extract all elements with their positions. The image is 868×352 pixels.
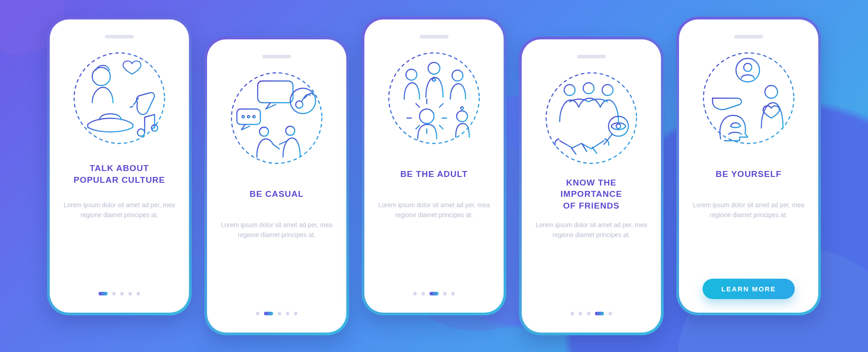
svg-point-26 (602, 85, 613, 95)
svg-point-4 (231, 73, 322, 163)
page-dot[interactable] (429, 292, 439, 295)
onboarding-screen[interactable]: BE CASUAL Lorem ipsum dolor sit amet ad … (207, 39, 346, 333)
screen-description: Lorem ipsum dolor sit amet ad per, mea r… (691, 200, 807, 242)
page-indicator (571, 312, 612, 319)
page-dot[interactable] (128, 292, 132, 295)
screen-description: Lorem ipsum dolor sit amet ad per, mea r… (61, 200, 177, 242)
page-indicator (99, 292, 140, 299)
page-dot[interactable] (256, 312, 259, 315)
onboarding-screen[interactable]: KNOW THE IMPORTANCE OF FRIENDS Lorem ips… (522, 39, 661, 333)
page-dot[interactable] (264, 312, 273, 315)
be-yourself-icon (699, 48, 798, 148)
svg-point-2 (137, 129, 145, 136)
page-dot[interactable] (137, 292, 140, 295)
svg-rect-8 (237, 109, 260, 124)
screen-description: Lorem ipsum dolor sit amet ad per, mea r… (376, 200, 492, 242)
svg-point-24 (564, 85, 575, 95)
onboarding-carousel: TALK ABOUT POPULAR CULTURE Lorem ipsum d… (0, 0, 868, 352)
svg-point-11 (253, 116, 255, 118)
page-indicator (256, 312, 297, 319)
svg-point-28 (616, 124, 621, 128)
screen-description: Lorem ipsum dolor sit amet ad per, mea r… (219, 220, 335, 262)
page-dot[interactable] (451, 292, 455, 295)
svg-point-0 (74, 53, 165, 143)
screen-title: BE YOURSELF (713, 156, 784, 192)
svg-point-17 (406, 69, 417, 80)
svg-point-12 (290, 88, 316, 114)
svg-point-30 (736, 58, 760, 82)
svg-point-32 (765, 86, 778, 98)
phone-notch (734, 35, 763, 38)
page-dot[interactable] (99, 292, 108, 295)
pop-culture-icon (70, 48, 169, 148)
svg-point-31 (744, 63, 752, 71)
page-dot[interactable] (587, 312, 590, 315)
phone-notch (262, 55, 291, 58)
page-dot[interactable] (112, 292, 116, 295)
screen-title: KNOW THE IMPORTANCE OF FRIENDS (558, 176, 625, 212)
page-dot[interactable] (609, 312, 612, 315)
svg-rect-5 (258, 81, 293, 103)
svg-point-21 (457, 111, 467, 122)
phone-frame: TALK ABOUT POPULAR CULTURE Lorem ipsum d… (47, 17, 192, 315)
page-dot[interactable] (443, 292, 447, 295)
page-dot[interactable] (571, 312, 574, 315)
phone-notch (105, 35, 134, 38)
svg-point-18 (428, 62, 440, 74)
page-indicator (413, 292, 455, 299)
page-dot[interactable] (595, 312, 604, 315)
page-dot[interactable] (421, 292, 425, 295)
page-dot[interactable] (286, 312, 289, 315)
casual-chat-icon (227, 68, 326, 168)
phone-notch (420, 35, 448, 38)
svg-point-10 (248, 116, 250, 118)
friends-icon (542, 68, 641, 168)
screen-description: Lorem ipsum dolor sit amet ad per, mea r… (533, 220, 649, 262)
svg-point-19 (452, 70, 463, 81)
page-dot[interactable] (579, 312, 582, 315)
svg-point-22 (420, 109, 434, 124)
svg-point-25 (583, 83, 594, 94)
phone-frame: KNOW THE IMPORTANCE OF FRIENDS Lorem ips… (519, 37, 664, 335)
svg-point-1 (92, 67, 110, 86)
phone-frame: BE YOURSELF Lorem ipsum dolor sit amet a… (676, 17, 821, 315)
screen-title: BE CASUAL (247, 176, 307, 212)
svg-point-9 (242, 116, 245, 118)
page-dot[interactable] (413, 292, 417, 295)
screen-title: TALK ABOUT POPULAR CULTURE (71, 156, 168, 192)
adult-guide-icon (384, 48, 484, 148)
page-dot[interactable] (120, 292, 124, 295)
phone-frame: BE CASUAL Lorem ipsum dolor sit amet ad … (204, 37, 349, 335)
svg-point-20 (461, 107, 463, 109)
phone-notch (577, 55, 606, 58)
svg-point-15 (286, 126, 295, 135)
onboarding-screen[interactable]: BE THE ADULT Lorem ipsum dolor sit amet … (364, 19, 504, 313)
onboarding-screen[interactable]: BE YOURSELF Lorem ipsum dolor sit amet a… (679, 19, 818, 313)
learn-more-button[interactable]: LEARN MORE (703, 279, 795, 299)
svg-point-14 (259, 127, 269, 136)
phone-frame: BE THE ADULT Lorem ipsum dolor sit amet … (362, 17, 506, 315)
page-dot[interactable] (294, 312, 297, 315)
screen-title: BE THE ADULT (397, 156, 470, 192)
svg-point-13 (296, 101, 303, 108)
page-dot[interactable] (278, 312, 281, 315)
onboarding-screen[interactable]: TALK ABOUT POPULAR CULTURE Lorem ipsum d… (50, 19, 189, 313)
